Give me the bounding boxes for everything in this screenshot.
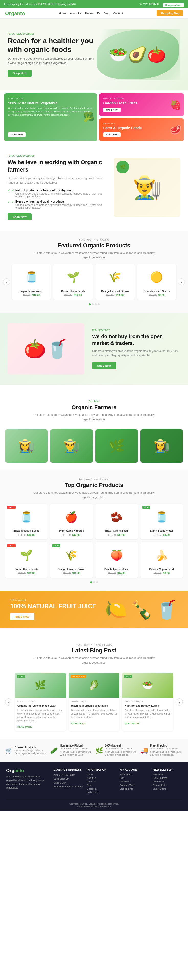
footer-newsletter-label: NEWSLETTER: [153, 768, 182, 771]
product-img-2: 🌱: [63, 267, 84, 288]
footer-account-col: MY ACCOUNT My Account Cart Checkout Pack…: [120, 768, 149, 795]
footer-newsletter-2[interactable]: Daily Updates: [153, 777, 182, 779]
footer-account-cart[interactable]: Cart: [120, 777, 149, 779]
product-img-4: 🟡: [146, 267, 167, 288]
top-product-name-4: Lupin Beans Water: [144, 529, 180, 533]
footer-account-track[interactable]: Package Track: [120, 784, 149, 786]
blog-read-more-3[interactable]: Read More: [125, 722, 140, 725]
blog-card-body-2: THINKS • May 22 Wash your organic vegeta…: [68, 698, 120, 728]
why-us-cta-button[interactable]: Shop Now: [8, 213, 32, 220]
footer-brand: Organto Our store offers you always fres…: [6, 768, 50, 795]
top-product-4: NEW 🫙 Lupin Beans Water $11.00 $8.00: [141, 504, 183, 539]
blog-title-3: Nutrition and Healthy Eating: [125, 704, 171, 708]
featured-tag-row: Farm Fresh • An Organic: [5, 239, 183, 241]
product-name-3: Omega Linseed Brown: [98, 290, 131, 293]
why-order-section: 🍅🥤 Why Order Us? We do not buy from the …: [0, 313, 188, 385]
footer-account-shipping[interactable]: Shipping Info: [120, 788, 149, 790]
dot-4: [98, 303, 100, 305]
product-img-3: 🌾: [104, 267, 125, 288]
blog-next-button[interactable]: ›: [176, 698, 183, 706]
shopping-now-button[interactable]: Shopping Now: [163, 3, 184, 7]
product-old-price-1: $13.00: [23, 294, 31, 297]
hero-section: Farm Fresh An Organic Reach for a health…: [0, 19, 188, 91]
blog-card-tag-1: 5 min: [17, 675, 25, 678]
why-list-item-1: ✓ Natural products for lovers of healthy…: [8, 189, 106, 198]
blog-card-body-3: ORGANIC • May 19 Nutrition and Healthy E…: [122, 698, 173, 728]
banner-vegetable-icon: 🥦: [83, 112, 95, 123]
top-product-img-8: 🍌: [152, 545, 172, 566]
footer-account-checkout[interactable]: Checkout: [120, 780, 149, 783]
hero-cta-button[interactable]: Shop Now: [8, 70, 32, 77]
top-product-price-4: $11.00 $8.00: [144, 533, 180, 536]
product-card-1: 🫙 Lupin Beans Water $13.00 $10.00: [12, 264, 51, 300]
footer-newsletter-4[interactable]: Discount Info: [153, 784, 182, 786]
footer: Organto Our store offers you always fres…: [0, 762, 188, 811]
banner-fruits-icon: 🍓: [170, 100, 181, 110]
footer-grid: Organto Our store offers you always fres…: [6, 768, 182, 795]
farmers-tag: Our Farm: [10, 400, 178, 403]
why-point-2-detail: Organic Greens and Cafe is a family run …: [15, 204, 106, 209]
blog-excerpt-1: Learn how to use fresh ingredients and h…: [17, 709, 63, 722]
blog-prev-button[interactable]: ‹: [5, 698, 12, 706]
feature-cooked-text: Cooked Products Our store offers you alw…: [15, 746, 47, 755]
hero-description: Our store offers you always fresh vegeta…: [8, 57, 95, 65]
footer-account-label: MY ACCOUNT: [120, 768, 149, 771]
banner-farm-title: Farm & Organic Foods: [103, 126, 180, 130]
footer-link-checkout[interactable]: Checkout: [87, 788, 115, 790]
main-nav: Home About Us Pages TV Blog Contact: [59, 12, 123, 15]
footer-link-order[interactable]: Order Track: [87, 791, 115, 794]
nav-about[interactable]: About Us: [70, 12, 82, 15]
nav-blog[interactable]: Blog: [104, 12, 109, 15]
footer-newsletter-1[interactable]: Newsletter: [153, 773, 182, 776]
blog-img-icon-1: 🌿: [35, 680, 46, 691]
nav-contact[interactable]: Contact: [113, 12, 123, 15]
dot-2: [92, 303, 93, 305]
farmer-illustration: 👨‍🌾: [133, 174, 161, 201]
banner-farm-cta[interactable]: Shop Now: [103, 132, 121, 137]
top-product-name-1: Brass Mustard Seeds: [8, 529, 44, 533]
footer-newsletter-3[interactable]: Promotions: [153, 780, 182, 783]
footer-link-products[interactable]: Products: [87, 780, 115, 783]
blog-card-1: 🌿 5 min ORGANIC • May 26 Organic Ingredi…: [15, 673, 66, 731]
banner-vegetable-cta[interactable]: Shop Now: [8, 132, 25, 137]
footer-link-home[interactable]: Home: [87, 773, 115, 776]
nav-tv[interactable]: TV: [97, 12, 100, 15]
cart-button[interactable]: Shopping Bag: [156, 10, 183, 16]
featured-tag-1: Farm Fresh: [79, 239, 92, 241]
nav-pages[interactable]: Pages: [85, 12, 93, 15]
juice-glass-icon: 🥤: [155, 599, 178, 620]
cooked-icon: 🛒: [5, 747, 13, 754]
why-list-item-2: ✓ Every day fresh and quality products. …: [8, 200, 106, 209]
juice-tag: 100% Natural: [10, 599, 96, 601]
why-order-cta-button[interactable]: Shop Now: [92, 362, 116, 369]
top-product-name-7: Peach Apricot Juice: [98, 568, 135, 571]
blog-read-more-2[interactable]: Read More: [71, 722, 87, 725]
feature-homemade-text: Homemade Picked Our store offers you alw…: [60, 744, 93, 757]
juice-cta-button[interactable]: Shop Now: [10, 613, 34, 620]
carousel-prev-button[interactable]: ‹: [3, 278, 10, 285]
footer-link-blog[interactable]: Blog: [87, 784, 115, 786]
top-product-img-5: 🌱: [16, 545, 36, 566]
top-products-tag-row: Farm Fresh • An Organic: [5, 478, 183, 481]
why-us-section: Farm Fresh An Organic We believe in work…: [0, 144, 188, 231]
footer-newsletter-5[interactable]: Latest Offers: [153, 788, 182, 790]
blog-card-img-2: 🥬 Thinks & New: [68, 673, 120, 698]
featured-heading: Featured Organic Products: [5, 242, 183, 249]
blog-heading: Latest Blog Post: [10, 647, 178, 654]
top-product-price-1: $13.00 $10.00: [8, 533, 44, 536]
blog-tag-sep: •: [91, 643, 92, 646]
banner-fruits-tag: NATURALLY GROWN: [103, 97, 180, 100]
footer-link-about[interactable]: About Us: [87, 777, 115, 779]
why-order-desc: Our store offers you always fresh vegeta…: [92, 349, 180, 358]
footer-account-my[interactable]: My Account: [120, 773, 149, 776]
top-product-name-5: Boone Haem Seeds: [8, 568, 44, 571]
badge-1: SALE: [7, 506, 16, 509]
blog-read-more-1[interactable]: Read More: [17, 725, 33, 728]
banner-fruits-cta[interactable]: Shop Now: [103, 108, 121, 112]
product-price-1: $13.00 $10.00: [15, 294, 48, 297]
carousel-next-button[interactable]: ›: [178, 278, 185, 285]
why-us-list: ✓ Natural products for lovers of healthy…: [8, 189, 106, 209]
feature-natural: 🌿 100% Natural Our store offers you alwa…: [95, 744, 138, 757]
product-img-1: 🫙: [21, 267, 42, 288]
nav-home[interactable]: Home: [59, 12, 66, 15]
